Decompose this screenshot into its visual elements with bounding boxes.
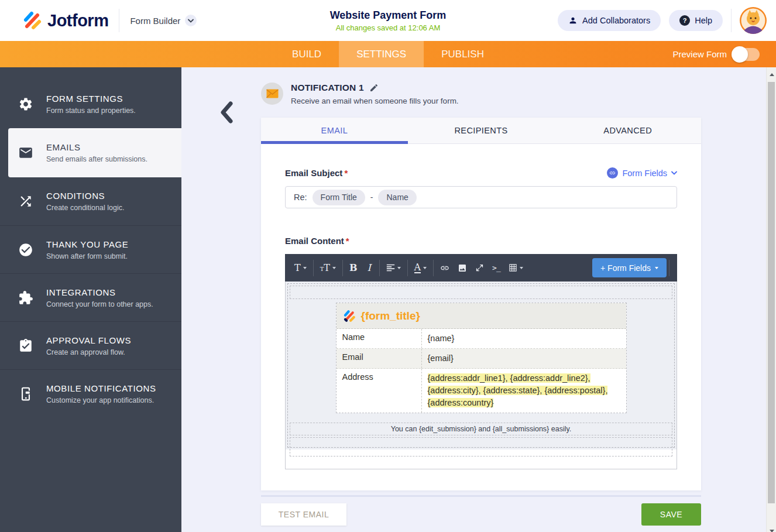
nav-tab-publish[interactable]: PUBLISH: [424, 41, 502, 67]
brand-wordmark: Jotform: [47, 11, 108, 30]
product-label: Form Builder: [130, 16, 180, 26]
sidebar-item-label: INTEGRATIONS: [46, 287, 153, 297]
header-divider: [731, 9, 732, 32]
envelope-icon: [18, 145, 33, 161]
check-circle-icon: [18, 242, 33, 258]
expand-icon: [475, 263, 484, 272]
template-spacer-row[interactable]: [290, 437, 672, 457]
sidebar-item-mobile-notifications[interactable]: MOBILE NOTIFICATIONS Customize your app …: [0, 369, 181, 417]
required-marker: *: [344, 168, 348, 178]
sidebar-item-label: CONDITIONS: [46, 191, 124, 201]
sidebar-item-approval-flows[interactable]: APPROVAL FLOWS Create an approval flow.: [0, 321, 181, 369]
font-size-button[interactable]: TT: [316, 259, 340, 277]
sidebar-item-label: EMAILS: [46, 142, 147, 152]
mobile-notification-icon: [18, 386, 33, 401]
notification-envelope-icon: [261, 83, 283, 105]
insert-link-button[interactable]: [436, 259, 454, 277]
sidebar-item-description: Connect your form to other apps.: [46, 300, 153, 308]
editor-form-fields-button[interactable]: + Form Fields: [592, 258, 667, 277]
highlighted-address-tags: {address:addr_line1}, {address:addr_line…: [428, 373, 608, 407]
email-template-canvas[interactable]: {form_title} Name {name} Email {email}: [287, 283, 675, 448]
chevron-down-icon: [671, 171, 677, 175]
edit-pencil-icon[interactable]: [369, 83, 379, 92]
back-button[interactable]: [218, 100, 235, 125]
sidebar-item-label: FORM SETTINGS: [46, 94, 136, 104]
align-left-icon: [386, 264, 395, 272]
add-collaborators-button[interactable]: Add Collaborators: [558, 10, 661, 31]
approval-flow-icon: [18, 338, 33, 353]
toggle-knob: [732, 46, 748, 63]
vertical-scrollbar[interactable]: [766, 67, 776, 532]
scroll-up-arrow[interactable]: [767, 70, 776, 79]
email-content-label: Email Content*: [285, 236, 349, 246]
autosave-status: All changes saved at 12:06 AM: [330, 23, 447, 32]
row-label: Name: [337, 329, 422, 348]
sidebar-item-description: Create an approval flow.: [46, 348, 131, 356]
email-subject-input[interactable]: Re: Form Title - Name: [285, 186, 677, 208]
caret-down-icon: [303, 267, 307, 269]
test-email-button[interactable]: TEST EMAIL: [261, 503, 346, 526]
template-footer-note[interactable]: You can {edit_submission} and {all_submi…: [290, 423, 672, 435]
toolbar-separator: [407, 260, 408, 276]
nav-tab-settings[interactable]: SETTINGS: [339, 41, 424, 67]
form-fields-dropdown[interactable]: Form Fields: [607, 167, 677, 179]
font-color-button[interactable]: A: [410, 259, 431, 277]
row-value: {email}: [422, 349, 626, 368]
notification-tabs: EMAIL RECIPIENTS ADVANCED: [261, 118, 701, 144]
preview-form-toggle[interactable]: [733, 48, 760, 61]
caret-down-icon: [655, 267, 658, 269]
row-value: {name}: [422, 329, 626, 348]
table-row[interactable]: Address {address:addr_line1}, {address:a…: [337, 369, 626, 413]
product-switcher[interactable]: Form Builder: [130, 15, 197, 26]
italic-button[interactable]: I: [362, 259, 377, 277]
table-row[interactable]: Name {name}: [337, 329, 626, 349]
insert-table-button[interactable]: [504, 259, 527, 277]
save-button[interactable]: SAVE: [641, 503, 701, 526]
email-template-table[interactable]: {form_title} Name {name} Email {email}: [336, 303, 627, 413]
subject-chip-name[interactable]: Name: [378, 190, 416, 205]
tab-email[interactable]: EMAIL: [261, 118, 408, 143]
subject-chip-form-title[interactable]: Form Title: [313, 190, 365, 205]
source-code-button[interactable]: >_: [488, 259, 504, 277]
caret-down-icon: [520, 267, 523, 269]
tab-recipients[interactable]: RECIPIENTS: [408, 118, 555, 143]
caret-down-icon: [423, 267, 427, 269]
email-subject-label: Email Subject*: [285, 168, 348, 178]
preview-form-label: Preview Form: [672, 49, 727, 59]
jotform-logo[interactable]: Jotform: [22, 11, 108, 30]
tab-advanced[interactable]: ADVANCED: [554, 118, 701, 143]
sidebar-item-conditions[interactable]: CONDITIONS Create conditional logic.: [0, 177, 181, 225]
fullscreen-button[interactable]: [471, 259, 488, 277]
editor-body[interactable]: {form_title} Name {name} Email {email}: [285, 282, 677, 469]
puzzle-icon: [18, 290, 33, 306]
shuffle-icon: [18, 194, 33, 210]
font-family-button[interactable]: T: [290, 259, 311, 277]
sidebar-item-emails[interactable]: EMAILS Send emails after submissions.: [8, 128, 181, 177]
form-title-tag: {form_title}: [361, 310, 420, 322]
notification-header: NOTIFICATION 1 Receive an email when som…: [261, 83, 459, 105]
scroll-down-arrow[interactable]: [767, 526, 776, 532]
template-spacer-row[interactable]: [290, 286, 672, 299]
template-header[interactable]: {form_title}: [337, 303, 626, 329]
row-label: Address: [337, 369, 422, 413]
notification-title: NOTIFICATION 1: [291, 83, 364, 93]
table-row[interactable]: Email {email}: [337, 349, 626, 369]
align-button[interactable]: [382, 259, 405, 277]
toolbar-separator: [313, 260, 314, 276]
help-button[interactable]: ? Help: [669, 10, 723, 31]
insert-image-button[interactable]: [454, 259, 471, 277]
bold-button[interactable]: B: [345, 259, 362, 277]
sidebar-item-thank-you-page[interactable]: THANK YOU PAGE Shown after form submit.: [0, 225, 181, 273]
nav-tab-build[interactable]: BUILD: [274, 41, 339, 67]
required-marker: *: [346, 236, 349, 246]
sidebar-item-form-settings[interactable]: FORM SETTINGS Form status and properties…: [0, 80, 181, 128]
scrollbar-thumb[interactable]: [768, 82, 775, 503]
sidebar-item-description: Form status and properties.: [46, 107, 136, 115]
user-avatar[interactable]: [740, 7, 767, 34]
sidebar-item-integrations[interactable]: INTEGRATIONS Connect your form to other …: [0, 273, 181, 321]
page-title: Website Payment Form: [330, 9, 447, 22]
link-icon: [607, 167, 618, 179]
image-icon: [458, 263, 467, 273]
row-label: Email: [337, 349, 422, 368]
sidebar-item-description: Send emails after submissions.: [46, 155, 147, 163]
